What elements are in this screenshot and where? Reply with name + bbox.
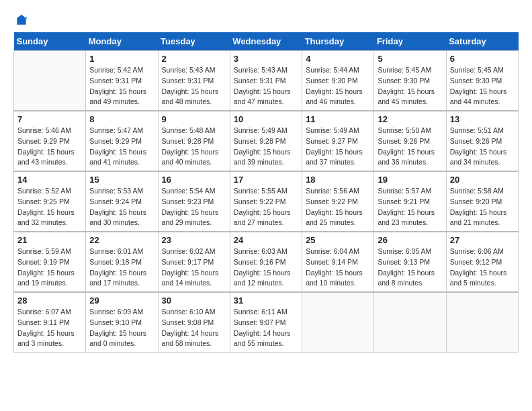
calendar-cell: 6Sunrise: 5:45 AMSunset: 9:30 PMDaylight… [446, 51, 518, 111]
day-number: 23 [162, 235, 226, 245]
day-info: Sunrise: 5:55 AMSunset: 9:22 PMDaylight:… [234, 186, 298, 228]
calendar-cell: 13Sunrise: 5:51 AMSunset: 9:26 PMDayligh… [446, 111, 518, 171]
calendar-cell: 20Sunrise: 5:58 AMSunset: 9:20 PMDayligh… [446, 171, 518, 232]
calendar-cell: 22Sunrise: 6:01 AMSunset: 9:18 PMDayligh… [86, 232, 158, 292]
page-header [13, 13, 519, 27]
calendar-cell: 8Sunrise: 5:47 AMSunset: 9:29 PMDaylight… [86, 111, 158, 171]
day-number: 19 [378, 175, 442, 185]
weekday-header-friday: Friday [374, 32, 446, 51]
day-info: Sunrise: 5:53 AMSunset: 9:24 PMDaylight:… [89, 186, 154, 228]
calendar-week-row: 21Sunrise: 5:59 AMSunset: 9:19 PMDayligh… [14, 232, 519, 292]
day-info: Sunrise: 5:57 AMSunset: 9:21 PMDaylight:… [378, 186, 442, 228]
calendar-cell: 31Sunrise: 6:11 AMSunset: 9:07 PMDayligh… [230, 292, 302, 353]
day-number: 30 [162, 295, 226, 306]
day-info: Sunrise: 5:56 AMSunset: 9:22 PMDaylight:… [306, 186, 370, 228]
day-info: Sunrise: 5:50 AMSunset: 9:26 PMDaylight:… [378, 126, 442, 168]
calendar-body: 1Sunrise: 5:42 AMSunset: 9:31 PMDaylight… [14, 51, 519, 353]
day-number: 22 [89, 235, 154, 245]
calendar-cell: 12Sunrise: 5:50 AMSunset: 9:26 PMDayligh… [374, 111, 446, 171]
calendar-cell: 15Sunrise: 5:53 AMSunset: 9:24 PMDayligh… [86, 171, 158, 232]
calendar-cell: 3Sunrise: 5:43 AMSunset: 9:31 PMDaylight… [230, 51, 302, 111]
calendar-header-row: SundayMondayTuesdayWednesdayThursdayFrid… [14, 32, 519, 51]
calendar-cell: 17Sunrise: 5:55 AMSunset: 9:22 PMDayligh… [230, 171, 302, 232]
day-info: Sunrise: 5:52 AMSunset: 9:25 PMDaylight:… [17, 186, 82, 228]
day-number: 21 [17, 235, 82, 245]
day-info: Sunrise: 6:01 AMSunset: 9:18 PMDaylight:… [89, 246, 154, 289]
calendar-cell [374, 292, 446, 353]
calendar-cell: 5Sunrise: 5:45 AMSunset: 9:30 PMDaylight… [374, 51, 446, 111]
day-number: 6 [450, 54, 515, 64]
day-info: Sunrise: 5:43 AMSunset: 9:31 PMDaylight:… [162, 65, 226, 107]
logo-icon [15, 13, 28, 27]
day-number: 10 [234, 114, 298, 124]
day-number: 2 [162, 54, 226, 64]
calendar-cell: 14Sunrise: 5:52 AMSunset: 9:25 PMDayligh… [14, 171, 86, 232]
day-info: Sunrise: 6:09 AMSunset: 9:10 PMDaylight:… [89, 307, 154, 349]
day-info: Sunrise: 5:58 AMSunset: 9:20 PMDaylight:… [450, 186, 515, 228]
day-number: 29 [89, 295, 154, 306]
calendar-cell: 10Sunrise: 5:49 AMSunset: 9:28 PMDayligh… [230, 111, 302, 171]
day-number: 15 [89, 175, 154, 185]
calendar-cell: 1Sunrise: 5:42 AMSunset: 9:31 PMDaylight… [86, 51, 158, 111]
day-info: Sunrise: 6:06 AMSunset: 9:12 PMDaylight:… [450, 246, 515, 289]
day-info: Sunrise: 5:49 AMSunset: 9:28 PMDaylight:… [234, 126, 298, 168]
calendar-cell [302, 292, 374, 353]
day-number: 24 [234, 235, 298, 245]
day-info: Sunrise: 6:05 AMSunset: 9:13 PMDaylight:… [378, 246, 442, 289]
day-number: 17 [234, 175, 298, 185]
day-number: 3 [234, 54, 298, 64]
weekday-header-tuesday: Tuesday [158, 32, 230, 51]
calendar-week-row: 14Sunrise: 5:52 AMSunset: 9:25 PMDayligh… [14, 171, 519, 232]
day-info: Sunrise: 5:47 AMSunset: 9:29 PMDaylight:… [89, 126, 154, 168]
day-info: Sunrise: 5:42 AMSunset: 9:31 PMDaylight:… [89, 65, 154, 107]
calendar-cell: 4Sunrise: 5:44 AMSunset: 9:30 PMDaylight… [302, 51, 374, 111]
weekday-header-wednesday: Wednesday [230, 32, 302, 51]
calendar-cell [14, 51, 86, 111]
day-number: 27 [450, 235, 515, 245]
day-info: Sunrise: 5:59 AMSunset: 9:19 PMDaylight:… [17, 246, 82, 289]
day-info: Sunrise: 6:04 AMSunset: 9:14 PMDaylight:… [306, 246, 370, 289]
calendar-week-row: 7Sunrise: 5:46 AMSunset: 9:29 PMDaylight… [14, 111, 519, 171]
calendar-week-row: 28Sunrise: 6:07 AMSunset: 9:11 PMDayligh… [14, 292, 519, 353]
day-info: Sunrise: 6:03 AMSunset: 9:16 PMDaylight:… [234, 246, 298, 289]
calendar-cell: 9Sunrise: 5:48 AMSunset: 9:28 PMDaylight… [158, 111, 230, 171]
day-number: 18 [306, 175, 370, 185]
day-number: 28 [17, 295, 82, 306]
day-number: 14 [17, 175, 82, 185]
day-info: Sunrise: 5:45 AMSunset: 9:30 PMDaylight:… [450, 65, 515, 107]
calendar-cell: 23Sunrise: 6:02 AMSunset: 9:17 PMDayligh… [158, 232, 230, 292]
calendar-cell: 2Sunrise: 5:43 AMSunset: 9:31 PMDaylight… [158, 51, 230, 111]
day-number: 20 [450, 175, 515, 185]
calendar-cell: 28Sunrise: 6:07 AMSunset: 9:11 PMDayligh… [14, 292, 86, 353]
day-number: 9 [162, 114, 226, 124]
weekday-header-monday: Monday [86, 32, 158, 51]
weekday-header-thursday: Thursday [302, 32, 374, 51]
calendar-table: SundayMondayTuesdayWednesdayThursdayFrid… [13, 32, 519, 353]
logo [13, 13, 28, 27]
day-number: 8 [89, 114, 154, 124]
calendar-cell: 29Sunrise: 6:09 AMSunset: 9:10 PMDayligh… [86, 292, 158, 353]
calendar-cell: 11Sunrise: 5:49 AMSunset: 9:27 PMDayligh… [302, 111, 374, 171]
day-number: 12 [378, 114, 442, 124]
day-info: Sunrise: 6:07 AMSunset: 9:11 PMDaylight:… [17, 307, 82, 349]
day-info: Sunrise: 6:02 AMSunset: 9:17 PMDaylight:… [162, 246, 226, 289]
day-number: 4 [306, 54, 370, 64]
day-info: Sunrise: 6:10 AMSunset: 9:08 PMDaylight:… [162, 307, 226, 349]
day-info: Sunrise: 5:51 AMSunset: 9:26 PMDaylight:… [450, 126, 515, 168]
day-info: Sunrise: 5:43 AMSunset: 9:31 PMDaylight:… [234, 65, 298, 107]
calendar-cell: 30Sunrise: 6:10 AMSunset: 9:08 PMDayligh… [158, 292, 230, 353]
calendar-week-row: 1Sunrise: 5:42 AMSunset: 9:31 PMDaylight… [14, 51, 519, 111]
day-info: Sunrise: 5:48 AMSunset: 9:28 PMDaylight:… [162, 126, 226, 168]
weekday-header-sunday: Sunday [14, 32, 86, 51]
day-number: 5 [378, 54, 442, 64]
day-info: Sunrise: 5:46 AMSunset: 9:29 PMDaylight:… [17, 126, 82, 168]
calendar-cell: 16Sunrise: 5:54 AMSunset: 9:23 PMDayligh… [158, 171, 230, 232]
day-number: 31 [234, 295, 298, 306]
day-info: Sunrise: 5:49 AMSunset: 9:27 PMDaylight:… [306, 126, 370, 168]
day-number: 1 [89, 54, 154, 64]
day-number: 7 [17, 114, 82, 124]
day-number: 25 [306, 235, 370, 245]
calendar-cell: 27Sunrise: 6:06 AMSunset: 9:12 PMDayligh… [446, 232, 518, 292]
day-number: 11 [306, 114, 370, 124]
calendar-cell [446, 292, 518, 353]
